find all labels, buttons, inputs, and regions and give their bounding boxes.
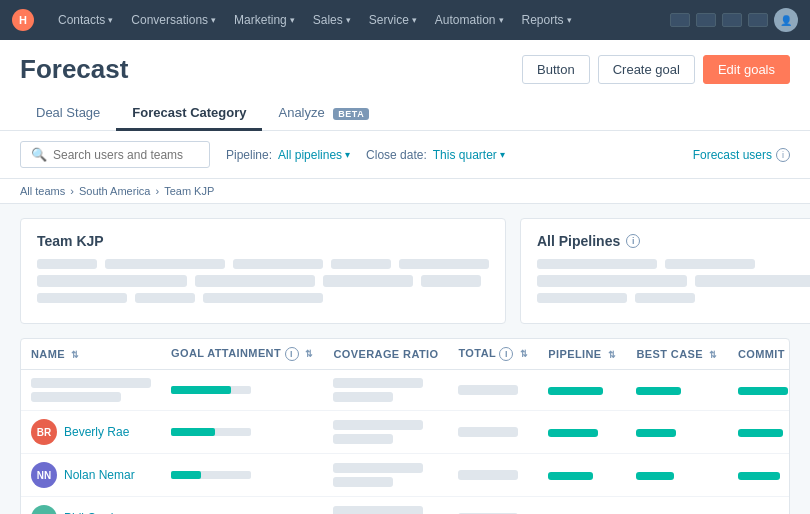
close-date-arrow: ▾: [500, 149, 505, 160]
top-navigation: H Contacts▾ Conversations▾ Marketing▾ Sa…: [0, 0, 810, 40]
username-beverly[interactable]: Beverly Rae: [64, 425, 129, 439]
td-name-nolan: NN Nolan Nemar: [21, 454, 161, 497]
goal-info-icon: i: [285, 347, 299, 361]
data-table-container: NAME ⇅ GOAL ATTAINMENT i ⇅ COVERAGE RATI…: [20, 338, 790, 514]
td-total-0: [448, 370, 538, 411]
user-avatar[interactable]: 👤: [774, 8, 798, 32]
pipelines-info-icon: i: [626, 234, 640, 248]
td-pipeline-beverly: [538, 411, 626, 454]
nav-box-3[interactable]: [722, 13, 742, 27]
td-name-0: [21, 370, 161, 411]
cards-row: Team KJP All: [20, 218, 790, 324]
close-date-value[interactable]: This quarter ▾: [433, 148, 505, 162]
breadcrumb: All teams › South America › Team KJP: [0, 179, 810, 204]
td-pipeline-0: [538, 370, 626, 411]
td-total-beverly: [448, 411, 538, 454]
team-kjp-card: Team KJP: [20, 218, 506, 324]
analyze-badge: BETA: [333, 108, 369, 120]
close-date-label: Close date:: [366, 148, 427, 162]
nav-box-4[interactable]: [748, 13, 768, 27]
nav-sales[interactable]: Sales▾: [305, 9, 359, 31]
data-table: NAME ⇅ GOAL ATTAINMENT i ⇅ COVERAGE RATI…: [21, 339, 790, 514]
td-commit-nolan: [728, 454, 790, 497]
avatar-nolan: NN: [31, 462, 57, 488]
pipeline-label: Pipeline:: [226, 148, 272, 162]
toolbar: 🔍 Pipeline: All pipelines ▾ Close date: …: [0, 131, 810, 179]
search-box[interactable]: 🔍: [20, 141, 210, 168]
table-row: ✏️: [21, 370, 790, 411]
td-total-phil: [448, 497, 538, 515]
table-row: BR Beverly Rae: [21, 411, 790, 454]
forecast-users-info-icon: i: [776, 148, 790, 162]
td-goal-phil: [161, 497, 323, 515]
breadcrumb-south-america[interactable]: South America: [79, 185, 151, 197]
td-goal-beverly: [161, 411, 323, 454]
nav-conversations[interactable]: Conversations▾: [123, 9, 224, 31]
table-row: PC Phil Corden: [21, 497, 790, 515]
nav-box-1[interactable]: [670, 13, 690, 27]
username-nolan[interactable]: Nolan Nemar: [64, 468, 135, 482]
nav-service[interactable]: Service▾: [361, 9, 425, 31]
td-commit-0: [728, 370, 790, 411]
sort-total-icon: ⇅: [520, 349, 528, 359]
nav-automation[interactable]: Automation▾: [427, 9, 512, 31]
tab-forecast-category[interactable]: Forecast Category: [116, 97, 262, 131]
td-best-nolan: [626, 454, 727, 497]
nav-marketing[interactable]: Marketing▾: [226, 9, 303, 31]
th-goal[interactable]: GOAL ATTAINMENT i ⇅: [161, 339, 323, 370]
nav-box-2[interactable]: [696, 13, 716, 27]
avatar-beverly: BR: [31, 419, 57, 445]
nav-reports[interactable]: Reports▾: [514, 9, 580, 31]
search-icon: 🔍: [31, 147, 47, 162]
hubspot-logo[interactable]: H: [12, 9, 34, 31]
tab-deal-stage[interactable]: Deal Stage: [20, 97, 116, 131]
th-pipeline[interactable]: PIPELINE ⇅: [538, 339, 626, 370]
all-pipelines-card-title: All Pipelines i: [537, 233, 810, 249]
pipeline-value[interactable]: All pipelines ▾: [278, 148, 350, 162]
header-buttons: Button Create goal Edit goals: [522, 55, 790, 84]
tabs: Deal Stage Forecast Category Analyze BET…: [20, 97, 790, 130]
td-coverage-beverly: [323, 411, 448, 454]
th-commit[interactable]: COMMIT ⇅: [728, 339, 790, 370]
pipeline-arrow: ▾: [345, 149, 350, 160]
td-best-0: [626, 370, 727, 411]
sort-best-icon: ⇅: [709, 350, 717, 360]
close-date-filter: Close date: This quarter ▾: [366, 148, 505, 162]
page-header: Forecast Button Create goal Edit goals D…: [0, 40, 810, 131]
team-kjp-card-title: Team KJP: [37, 233, 489, 249]
th-best-case[interactable]: BEST CASE ⇅: [626, 339, 727, 370]
td-coverage-0: [323, 370, 448, 411]
breadcrumb-sep-1: ›: [70, 185, 74, 197]
pipeline-filter: Pipeline: All pipelines ▾: [226, 148, 350, 162]
td-goal-nolan: [161, 454, 323, 497]
td-best-beverly: [626, 411, 727, 454]
th-total[interactable]: TOTAL i ⇅: [448, 339, 538, 370]
nav-contacts[interactable]: Contacts▾: [50, 9, 121, 31]
table-header-row: NAME ⇅ GOAL ATTAINMENT i ⇅ COVERAGE RATI…: [21, 339, 790, 370]
td-name-phil: PC Phil Corden: [21, 497, 161, 515]
sort-name-icon: ⇅: [71, 350, 79, 360]
sort-pipeline-icon: ⇅: [608, 350, 616, 360]
topnav-right: 👤: [670, 8, 798, 32]
td-commit-beverly: [728, 411, 790, 454]
td-name-beverly: BR Beverly Rae: [21, 411, 161, 454]
button-btn[interactable]: Button: [522, 55, 590, 84]
th-coverage[interactable]: COVERAGE RATIO: [323, 339, 448, 370]
breadcrumb-team-kjp[interactable]: Team KJP: [164, 185, 214, 197]
td-coverage-phil: [323, 497, 448, 515]
td-goal-0: [161, 370, 323, 411]
create-goal-button[interactable]: Create goal: [598, 55, 695, 84]
td-total-nolan: [448, 454, 538, 497]
nav-items: Contacts▾ Conversations▾ Marketing▾ Sale…: [50, 9, 654, 31]
td-pipeline-nolan: [538, 454, 626, 497]
search-input[interactable]: [53, 148, 199, 162]
tab-analyze[interactable]: Analyze BETA: [262, 97, 385, 131]
page-title: Forecast: [20, 54, 128, 85]
td-commit-phil: [728, 497, 790, 515]
edit-goals-button[interactable]: Edit goals: [703, 55, 790, 84]
avatar-phil: PC: [31, 505, 57, 514]
breadcrumb-all-teams[interactable]: All teams: [20, 185, 65, 197]
th-name[interactable]: NAME ⇅: [21, 339, 161, 370]
forecast-users-link[interactable]: Forecast users i: [693, 148, 790, 162]
table-row: NN Nolan Nemar: [21, 454, 790, 497]
